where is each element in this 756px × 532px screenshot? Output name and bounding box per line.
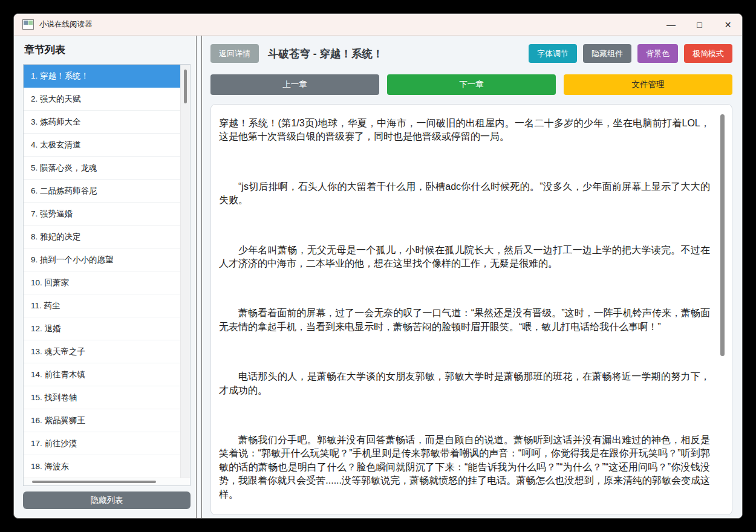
chapter-item-2[interactable]: 2. 强大的天赋: [24, 88, 180, 111]
panel-splitter[interactable]: [196, 36, 202, 519]
book-chapter-title: 斗破苍穹 - 穿越！系统！: [268, 47, 529, 61]
title-bar: 小说在线阅读器 — □ ✕: [14, 14, 742, 36]
font-adjust-button[interactable]: 字体调节: [529, 44, 577, 63]
chapter-item-14[interactable]: 14. 前往青木镇: [24, 363, 180, 386]
chapter-item-10[interactable]: 10. 回萧家: [24, 271, 180, 294]
chapter-item-16[interactable]: 16. 紫晶翼狮王: [24, 409, 180, 432]
maximize-button[interactable]: □: [685, 14, 714, 35]
minimal-mode-button[interactable]: 极简模式: [684, 44, 732, 63]
chapter-item-12[interactable]: 12. 退婚: [24, 317, 180, 340]
chapter-nav: 上一章 下一章 文件管理: [210, 74, 732, 95]
chapter-item-17[interactable]: 17. 前往沙漠: [24, 432, 180, 455]
background-color-button[interactable]: 背景色: [637, 44, 678, 63]
reader-paragraph: 穿越！系统！(第1/3页)地球，华夏，中海市，一间破旧的出租屋内。一名二十多岁的…: [219, 117, 710, 144]
chapter-item-11[interactable]: 11. 药尘: [24, 294, 180, 317]
app-icon: [22, 19, 34, 30]
app-window: 小说在线阅读器 — □ ✕ 章节列表 1. 穿越！系统！ 2. 强大的天赋 3.…: [13, 13, 743, 519]
chapter-list-vertical-scrollbar-thumb[interactable]: [184, 70, 187, 103]
chapter-sidebar: 章节列表 1. 穿越！系统！ 2. 强大的天赋 3. 炼药师大全 4. 太极玄清…: [14, 36, 196, 519]
chapter-item-9[interactable]: 9. 抽到一个小小的愿望: [24, 248, 180, 271]
chapter-list-horizontal-scrollbar[interactable]: [24, 478, 190, 485]
reader-text-panel: 穿越！系统！(第1/3页)地球，华夏，中海市，一间破旧的出租屋内。一名二十多岁的…: [210, 104, 732, 515]
reader-main: 返回详情 斗破苍穹 - 穿越！系统！ 字体调节 隐藏组件 背景色 极简模式 上一…: [202, 36, 742, 519]
minimize-button[interactable]: —: [657, 14, 685, 35]
chapter-list-vertical-scrollbar[interactable]: [180, 65, 190, 478]
content-area: 章节列表 1. 穿越！系统！ 2. 强大的天赋 3. 炼药师大全 4. 太极玄清…: [14, 36, 742, 519]
reader-paragraph: 少年名叫萧畅，无父无母是一个孤儿，小时候在孤儿院长大，然后又一边打工一边上学的把…: [219, 244, 710, 271]
chapter-item-15[interactable]: 15. 找到卷轴: [24, 386, 180, 409]
chapter-item-7[interactable]: 7. 强势逼婚: [24, 203, 180, 225]
reader-paragraph: 电话那头的人，是萧畅在大学谈的女朋友郭敏，郭敏大学时是萧畅那班的班花，在萧畅将近…: [219, 370, 710, 397]
reader-paragraph: 萧畅看着面前的屏幕，过了一会无奈的叹了一口气道：“果然还是没有晋级。”这时，一阵…: [219, 307, 710, 334]
chapter-list: 1. 穿越！系统！ 2. 强大的天赋 3. 炼药师大全 4. 太极玄清道 5. …: [23, 64, 191, 486]
file-manager-button[interactable]: 文件管理: [564, 74, 732, 95]
reader-paragraph: 萧畅我们分手吧。郭敏并没有回答萧畅话，而是自顾自的说道。萧畅听到这话并没有漏出难…: [219, 433, 710, 501]
next-chapter-button[interactable]: 下一章: [387, 74, 556, 95]
toolbar: 字体调节 隐藏组件 背景色 极简模式: [529, 44, 732, 63]
prev-chapter-button[interactable]: 上一章: [210, 74, 379, 95]
reader-scrollbar-thumb[interactable]: [720, 114, 725, 356]
chapter-item-1[interactable]: 1. 穿越！系统！: [24, 65, 180, 88]
reader-paragraph: “js切后排啊，石头人你的大留着干什么用，卧槽adc你什么时候死的。”没多久，少…: [219, 180, 710, 207]
chapter-item-3[interactable]: 3. 炼药师大全: [24, 111, 180, 134]
chapter-item-4[interactable]: 4. 太极玄清道: [24, 134, 180, 157]
hide-components-button[interactable]: 隐藏组件: [583, 44, 631, 63]
chapter-list-title: 章节列表: [24, 43, 196, 57]
chapter-items: 1. 穿越！系统！ 2. 强大的天赋 3. 炼药师大全 4. 太极玄清道 5. …: [24, 65, 180, 478]
close-button[interactable]: ✕: [714, 14, 742, 35]
reader-header: 返回详情 斗破苍穹 - 穿越！系统！ 字体调节 隐藏组件 背景色 极简模式: [210, 44, 732, 63]
chapter-item-18[interactable]: 18. 海波东: [24, 455, 180, 478]
chapter-item-13[interactable]: 13. 魂天帝之子: [24, 340, 180, 363]
chapter-item-6[interactable]: 6. 二品炼药师谷尼: [24, 180, 180, 203]
back-to-detail-button[interactable]: 返回详情: [210, 44, 259, 63]
chapter-list-horizontal-scrollbar-thumb[interactable]: [32, 481, 156, 483]
chapter-item-8[interactable]: 8. 雅妃的决定: [24, 225, 180, 248]
hide-list-button[interactable]: 隐藏列表: [23, 491, 191, 509]
window-title: 小说在线阅读器: [39, 19, 657, 30]
chapter-item-5[interactable]: 5. 陨落心炎，龙魂: [24, 157, 180, 180]
